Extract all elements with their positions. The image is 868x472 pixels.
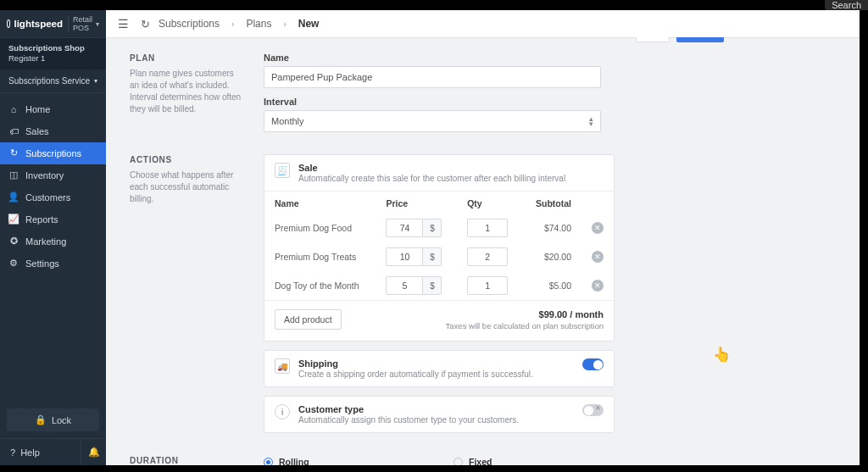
interval-label: Interval (264, 97, 836, 107)
tag-icon: 🏷 (8, 126, 19, 136)
breadcrumb-subscriptions[interactable]: Subscriptions (159, 18, 220, 30)
item-qty-input[interactable] (467, 247, 508, 266)
lock-label: Lock (52, 415, 71, 425)
interval-select[interactable]: Monthly ▴▾ (264, 110, 601, 132)
item-name: Premium Dog Food (264, 214, 376, 242)
total-amount: $99.00 / month (446, 309, 604, 319)
customer-type-card: i Customer type Automatically assign thi… (264, 396, 615, 433)
nav-label: Marketing (25, 236, 66, 247)
gear-icon: ⚙ (8, 258, 19, 269)
shipping-subtitle: Create a shipping order automatically if… (298, 369, 533, 379)
browser-tab-search[interactable]: Search (825, 0, 868, 10)
radio-unselected-icon[interactable] (453, 458, 463, 465)
topbar: ☰ ↻ Subscriptions › Plans › New (106, 10, 860, 38)
help-button[interactable]: ?Help (0, 440, 81, 465)
register-name: Register 1 (8, 53, 45, 63)
fixed-title: Fixed (469, 457, 615, 465)
item-price-input[interactable] (386, 276, 423, 295)
lock-button[interactable]: 🔒Lock (7, 408, 99, 431)
add-product-button[interactable]: Add product (275, 309, 342, 330)
duration-option-rolling[interactable]: Rolling A subscription that continues un… (264, 457, 425, 465)
nav-home[interactable]: ⌂Home (0, 98, 106, 120)
sale-subtitle: Automatically create this sale for the c… (298, 174, 565, 183)
box-icon: ◫ (8, 170, 19, 180)
lightspeed-logo-icon (7, 19, 10, 28)
col-price: Price (376, 192, 457, 214)
nav-inventory[interactable]: ◫Inventory (0, 164, 106, 186)
customer-type-toggle[interactable]: ✕ (582, 404, 604, 416)
lock-icon: 🔒 (35, 414, 47, 425)
nav-reports[interactable]: 📈Reports (0, 208, 106, 230)
line-item-row: Premium Dog Food $ $74.00 ✕ (264, 214, 614, 242)
truck-icon: 🚚 (275, 358, 290, 374)
chevron-down-icon: ▾ (94, 77, 97, 85)
nav-settings[interactable]: ⚙Settings (0, 253, 106, 275)
section-heading-plan: PLAN (130, 53, 243, 64)
sale-card: 🧾 Sale Automatically create this sale fo… (264, 154, 615, 342)
item-subtotal: $5.00 (522, 271, 581, 300)
megaphone-icon: ✪ (8, 236, 19, 247)
brand-product: Retail POS (68, 15, 92, 32)
bell-icon: 🔔 (88, 447, 100, 457)
radio-selected-icon[interactable] (264, 458, 273, 465)
rolling-title: Rolling (279, 457, 425, 465)
col-qty: Qty (457, 192, 522, 214)
currency-button[interactable]: $ (423, 276, 442, 295)
shipping-title: Shipping (298, 358, 533, 369)
sidebar: lightspeed Retail POS ▾ Subscriptions Sh… (0, 10, 106, 465)
chevron-right-icon: › (231, 19, 234, 29)
item-price-input[interactable] (386, 247, 423, 266)
window-scrollbar[interactable] (860, 10, 868, 465)
home-icon: ⌂ (8, 104, 19, 114)
item-subtotal: $20.00 (522, 242, 581, 271)
info-icon: i (275, 404, 290, 419)
item-qty-input[interactable] (467, 219, 508, 237)
nav-sales[interactable]: 🏷Sales (0, 120, 106, 142)
section-heading-actions: ACTIONS (130, 154, 243, 166)
menu-toggle-button[interactable]: ☰ (114, 15, 132, 32)
service-label: Subscriptions Service (8, 76, 90, 86)
nav-label: Inventory (25, 170, 64, 180)
item-price-input[interactable] (386, 219, 423, 237)
currency-button[interactable]: $ (423, 247, 442, 266)
col-subtotal: Subtotal (522, 192, 581, 214)
shop-selector[interactable]: Subscriptions Shop Register 1 (0, 38, 106, 69)
interval-value: Monthly (271, 116, 304, 126)
secondary-action-button-cutoff[interactable] (636, 37, 670, 42)
item-qty-input[interactable] (467, 276, 508, 295)
receipt-icon: 🧾 (275, 163, 290, 178)
refresh-icon: ↻ (8, 148, 19, 158)
x-icon: ✕ (595, 404, 601, 412)
nav-label: Settings (25, 258, 59, 269)
item-name: Dog Toy of the Month (264, 271, 376, 300)
notifications-button[interactable]: 🔔 (81, 439, 106, 465)
brand-name: lightspeed (14, 19, 63, 29)
plan-name-input[interactable] (264, 66, 601, 88)
col-name: Name (264, 192, 376, 214)
help-icon: ? (10, 447, 15, 458)
primary-action-button-cutoff[interactable] (676, 37, 724, 42)
service-selector[interactable]: Subscriptions Service ▾ (0, 69, 106, 93)
currency-button[interactable]: $ (423, 219, 442, 237)
shipping-toggle[interactable] (582, 358, 604, 370)
chart-icon: 📈 (8, 214, 19, 225)
remove-item-button[interactable]: ✕ (592, 251, 604, 263)
section-heading-duration: DURATION (130, 455, 243, 465)
section-desc-plan: Plan name gives customers an idea of wha… (130, 68, 243, 115)
remove-item-button[interactable]: ✕ (592, 222, 604, 234)
nav-customers[interactable]: 👤Customers (0, 186, 106, 208)
nav-label: Home (25, 104, 50, 114)
brand-block: lightspeed Retail POS ▾ (0, 10, 106, 38)
chevron-down-icon[interactable]: ▾ (96, 20, 99, 28)
nav-marketing[interactable]: ✪Marketing (0, 230, 106, 253)
help-label: Help (20, 447, 40, 458)
customer-type-subtitle: Automatically assign this customer type … (298, 415, 519, 425)
shipping-card: 🚚 Shipping Create a shipping order autom… (264, 350, 615, 387)
remove-item-button[interactable]: ✕ (592, 280, 604, 292)
duration-option-fixed[interactable]: Fixed A subscription that continues unti… (453, 457, 615, 465)
nav-subscriptions[interactable]: ↻Subscriptions (0, 142, 106, 164)
nav-label: Customers (25, 192, 70, 203)
breadcrumb-plans[interactable]: Plans (246, 18, 271, 30)
updown-icon: ▴▾ (589, 116, 593, 126)
nav-label: Sales (25, 126, 49, 136)
